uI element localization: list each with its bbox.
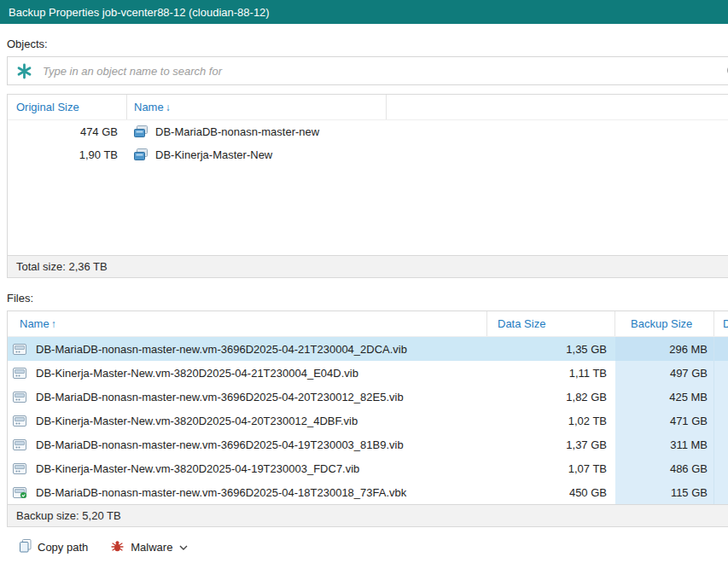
data-size-header-label: Data Size — [498, 317, 545, 330]
objects-label: Objects: — [7, 38, 728, 50]
copy-path-label: Copy path — [38, 541, 88, 554]
file-row[interactable]: DB-MariaDB-nonasn-master-new.vm-3696D202… — [8, 480, 728, 504]
files-table: Name↑ Data Size Backup Size D — [7, 311, 728, 527]
file-name: DB-MariaDB-nonasn-master-new.vm-3696D202… — [36, 391, 404, 403]
vib-file-icon — [13, 462, 28, 475]
file-row[interactable]: DB-MariaDB-nonasn-master-new.vm-3696D202… — [8, 337, 728, 361]
file-data-size: 1,82 GB — [487, 385, 615, 409]
date-header-label: D — [723, 317, 728, 330]
bottom-toolbar: Copy path Malware — [7, 539, 728, 555]
copy-path-button[interactable]: Copy path — [19, 539, 88, 555]
file-backup-size: 296 MB — [615, 337, 714, 361]
object-row[interactable]: 1,90 TB DB-Kinerja-Master-New — [8, 143, 728, 166]
file-date-cell — [714, 337, 728, 361]
file-data-size: 1,07 TB — [487, 456, 615, 480]
column-header-date[interactable]: D — [714, 311, 728, 336]
objects-total-bar: Total size: 2,36 TB — [8, 255, 728, 277]
objects-header-spacer — [387, 95, 728, 119]
file-name-cell: DB-Kinerja-Master-New.vm-3820D2025-04-21… — [8, 361, 487, 385]
main-content: Objects: Original Size Na — [0, 38, 728, 555]
file-data-size: 1,02 TB — [487, 409, 615, 432]
file-name-cell: DB-MariaDB-nonasn-master-new.vm-3696D202… — [8, 432, 487, 456]
file-row[interactable]: DB-Kinerja-Master-New.vm-3820D2025-04-20… — [8, 409, 728, 432]
veeam-asterisk-icon — [16, 63, 32, 79]
file-date-cell — [714, 409, 728, 432]
file-date-cell — [714, 432, 728, 456]
vib-file-icon — [13, 391, 28, 403]
object-name: DB-Kinerja-Master-New — [155, 148, 272, 161]
file-row[interactable]: DB-MariaDB-nonasn-master-new.vm-3696D202… — [8, 432, 728, 456]
file-row[interactable]: DB-MariaDB-nonasn-master-new.vm-3696D202… — [8, 385, 728, 409]
file-row[interactable]: DB-Kinerja-Master-New.vm-3820D2025-04-21… — [8, 361, 728, 385]
vm-icon — [133, 148, 149, 161]
file-date-cell — [714, 456, 728, 480]
file-date-cell — [714, 480, 728, 504]
backup-size-total-bar: Backup size: 5,20 TB — [8, 504, 728, 526]
file-backup-size: 497 GB — [615, 361, 714, 385]
objects-table-body: 474 GB DB-MariaDB-nonasn-master-new 1,90… — [8, 120, 728, 255]
vib-file-icon — [13, 343, 28, 356]
file-backup-size: 486 GB — [615, 456, 714, 480]
file-name-cell: DB-Kinerja-Master-New.vm-3820D2025-04-19… — [8, 456, 487, 480]
file-data-size: 1,35 GB — [487, 337, 615, 361]
title-bar: Backup Properties job-vcenter88-12 (clou… — [0, 0, 728, 24]
column-header-file-name[interactable]: Name↑ — [8, 311, 487, 336]
chevron-down-icon — [179, 545, 188, 550]
object-original-size: 474 GB — [8, 125, 127, 138]
file-name-cell: DB-MariaDB-nonasn-master-new.vm-3696D202… — [8, 385, 487, 409]
backup-size-total-label: Backup size: 5,20 TB — [16, 509, 121, 522]
file-backup-size: 425 MB — [615, 385, 714, 409]
name-header-label: Name — [134, 101, 164, 113]
file-name: DB-Kinerja-Master-New.vm-3820D2025-04-21… — [36, 367, 358, 380]
file-data-size: 1,37 GB — [487, 432, 615, 456]
file-name-cell: DB-Kinerja-Master-New.vm-3820D2025-04-20… — [8, 409, 487, 432]
file-date-cell — [714, 385, 728, 409]
column-header-backup-size[interactable]: Backup Size — [615, 311, 714, 336]
malware-bug-icon — [110, 540, 125, 555]
objects-total-label: Total size: 2,36 TB — [16, 260, 108, 273]
column-header-name[interactable]: Name↓ — [127, 95, 387, 119]
objects-table: Original Size Name↓ 474 GB DB-MariaDB-no… — [7, 94, 728, 278]
files-table-header: Name↑ Data Size Backup Size D — [8, 311, 728, 337]
file-name: DB-Kinerja-Master-New.vm-3820D2025-04-20… — [36, 415, 358, 427]
malware-label: Malware — [131, 541, 172, 554]
file-name-cell: DB-MariaDB-nonasn-master-new.vm-3696D202… — [8, 480, 487, 504]
malware-button[interactable]: Malware — [110, 540, 188, 555]
copy-icon — [19, 539, 32, 555]
vib-file-icon — [13, 438, 28, 451]
file-name: DB-MariaDB-nonasn-master-new.vm-3696D202… — [36, 486, 406, 499]
object-original-size: 1,90 TB — [8, 148, 127, 161]
file-name-header-label: Name — [20, 317, 50, 330]
file-data-size: 1,11 TB — [487, 361, 615, 385]
object-search-input[interactable] — [43, 65, 726, 78]
column-header-data-size[interactable]: Data Size — [487, 311, 615, 336]
object-name: DB-MariaDB-nonasn-master-new — [155, 125, 319, 138]
sort-ascending-icon: ↑ — [51, 318, 56, 330]
object-search-box — [7, 56, 728, 85]
object-row[interactable]: 474 GB DB-MariaDB-nonasn-master-new — [8, 120, 728, 143]
backup-size-header-label: Backup Size — [631, 317, 692, 330]
file-name-cell: DB-MariaDB-nonasn-master-new.vm-3696D202… — [8, 337, 487, 361]
sort-descending-icon: ↓ — [166, 102, 171, 113]
column-header-original-size[interactable]: Original Size — [8, 95, 127, 119]
file-name: DB-MariaDB-nonasn-master-new.vm-3696D202… — [36, 343, 407, 356]
vm-icon — [133, 125, 149, 138]
vbk-file-icon — [13, 486, 28, 499]
files-table-body: DB-MariaDB-nonasn-master-new.vm-3696D202… — [8, 337, 728, 504]
files-label: Files: — [7, 292, 728, 305]
file-name: DB-Kinerja-Master-New.vm-3820D2025-04-19… — [36, 462, 359, 475]
vib-file-icon — [13, 367, 28, 380]
file-data-size: 450 GB — [487, 480, 615, 504]
file-backup-size: 115 GB — [615, 480, 714, 504]
original-size-header-label: Original Size — [16, 101, 79, 113]
file-row[interactable]: DB-Kinerja-Master-New.vm-3820D2025-04-19… — [8, 456, 728, 480]
vib-file-icon — [13, 415, 28, 427]
file-backup-size: 311 MB — [615, 432, 714, 456]
file-name: DB-MariaDB-nonasn-master-new.vm-3696D202… — [36, 438, 404, 451]
window-title: Backup Properties job-vcenter88-12 (clou… — [9, 6, 270, 19]
objects-table-header: Original Size Name↓ — [8, 95, 728, 120]
file-backup-size: 471 GB — [615, 409, 714, 432]
file-date-cell — [714, 361, 728, 385]
